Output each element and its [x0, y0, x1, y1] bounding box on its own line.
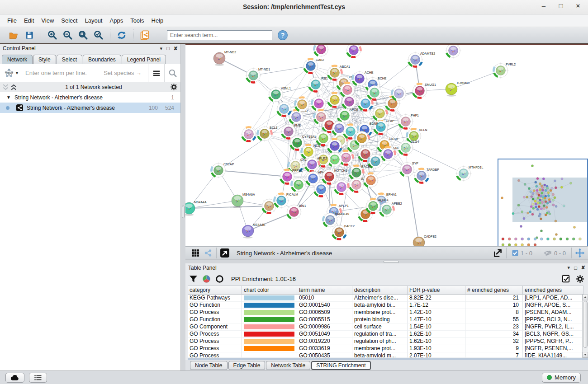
- tab-style[interactable]: Style: [33, 55, 56, 64]
- collapse-all-icon[interactable]: [3, 84, 9, 90]
- search-input[interactable]: [167, 30, 272, 40]
- birdseye-view[interactable]: [498, 159, 588, 246]
- table-row[interactable]: GO FunctionGO:0001540beta-amyloid bi...1…: [188, 302, 588, 309]
- network-node[interactable]: [327, 92, 343, 108]
- horizontal-splitter[interactable]: [185, 259, 588, 263]
- minimize-icon[interactable]: –: [540, 2, 547, 9]
- network-node[interactable]: [313, 45, 329, 57]
- network-node-gab2[interactable]: GAB2: [303, 58, 324, 74]
- network-node-mt-nd2[interactable]: MT-ND2: [213, 51, 236, 66]
- panel-float-icon[interactable]: □: [166, 46, 170, 51]
- menu-item-help[interactable]: Help: [148, 15, 167, 26]
- help-icon[interactable]: ?: [277, 29, 289, 41]
- network-node-adamts2[interactable]: ADAMTS2: [407, 52, 435, 68]
- network-node-mthfd1l[interactable]: MTHFD1L: [455, 165, 483, 182]
- menu-item-edit[interactable]: Edit: [20, 15, 38, 26]
- network-node-bace2[interactable]: BACE2: [331, 224, 355, 240]
- tab-network[interactable]: Network: [2, 55, 33, 64]
- menu-item-layout[interactable]: Layout: [81, 15, 106, 26]
- network-node[interactable]: [366, 84, 383, 101]
- network-node-pvrl2[interactable]: PVRL2: [493, 62, 516, 79]
- table-row[interactable]: KEGG Pathways05010Alzheimer's dise...8.8…: [188, 295, 588, 302]
- tab-legend-panel[interactable]: Legend Panel: [122, 55, 166, 64]
- pie-chart-icon[interactable]: [202, 275, 211, 283]
- table-row[interactable]: GO ProcessGO:0019220regulation of ph...1…: [188, 338, 588, 345]
- network-node-tomm40[interactable]: TOMM40: [446, 81, 469, 97]
- expand-all-icon[interactable]: [11, 84, 17, 90]
- network-node[interactable]: [346, 45, 362, 58]
- tab-select[interactable]: Select: [57, 55, 82, 64]
- network-node[interactable]: [241, 126, 257, 142]
- network-node-irs1[interactable]: IRS1: [308, 76, 328, 93]
- network-node[interactable]: [354, 130, 370, 146]
- network-node-dlg4[interactable]: DLG4: [398, 140, 419, 156]
- string-search-icon[interactable]: [164, 64, 180, 82]
- network-node[interactable]: [363, 172, 379, 188]
- column-header-chart-color[interactable]: chart color: [242, 286, 297, 295]
- ring-chart-icon[interactable]: [215, 275, 224, 283]
- string-app-dropdown[interactable]: STRING ▾: [0, 64, 22, 82]
- network-node-bin1[interactable]: BIN1: [286, 204, 306, 220]
- panel-menu-icon[interactable]: ▾: [568, 265, 570, 271]
- memory-button[interactable]: Memory: [542, 373, 581, 383]
- network-node[interactable]: [311, 95, 327, 112]
- birdseye-toggle-icon[interactable]: [574, 248, 586, 258]
- network-node-cadps2[interactable]: CADPS2: [413, 235, 436, 246]
- network-share-icon[interactable]: [202, 248, 214, 258]
- tab-node-table[interactable]: Node Table: [190, 361, 228, 370]
- network-node-cd2ap[interactable]: CD2AP: [210, 162, 234, 178]
- tab-network-table[interactable]: Network Table: [266, 361, 310, 370]
- menu-item-select[interactable]: Select: [57, 15, 81, 26]
- table-row[interactable]: GO ComponentGO:0009986cell surface1.54E-…: [188, 323, 588, 331]
- network-node-bcl3[interactable]: BCL3: [256, 126, 278, 142]
- network-node-ms4a4e[interactable]: MS4A4E: [242, 223, 266, 239]
- network-node[interactable]: [290, 177, 307, 193]
- network-node-gfap[interactable]: GFAP: [373, 119, 394, 135]
- network-row-selected[interactable]: String Network - Alzheimer's disease 100…: [0, 103, 180, 113]
- grid-view-icon[interactable]: [189, 248, 202, 258]
- network-node-mt-nd1[interactable]: MT-ND1: [245, 67, 270, 84]
- table-scrollbar[interactable]: [582, 295, 588, 358]
- table-row[interactable]: GO FunctionGO:0005515protein binding1.47…: [188, 316, 588, 323]
- network-node[interactable]: [372, 105, 388, 122]
- network-node[interactable]: [276, 101, 292, 117]
- zoom-fit-icon[interactable]: [77, 29, 89, 41]
- table-settings-gear-icon[interactable]: [576, 275, 584, 283]
- close-icon[interactable]: ×: [574, 2, 582, 9]
- table-row[interactable]: GO ProcessGO:0033619membrane prot...1.93…: [188, 345, 588, 352]
- menu-item-apps[interactable]: Apps: [106, 15, 127, 26]
- column-header-enriched-genes[interactable]: enriched genes: [523, 286, 583, 295]
- menu-item-view[interactable]: View: [38, 15, 57, 26]
- zoom-selected-icon[interactable]: [93, 29, 104, 41]
- network-node[interactable]: [313, 181, 329, 197]
- network-node-tardbp[interactable]: TARDBP: [413, 168, 439, 184]
- panel-close-icon[interactable]: ✘: [174, 46, 178, 52]
- column-header-description[interactable]: description: [352, 286, 408, 295]
- select-columns-icon[interactable]: [562, 275, 570, 283]
- network-node[interactable]: [294, 96, 310, 112]
- column-header-fdr-p-value[interactable]: FDR p-value: [408, 286, 465, 295]
- column-header-enriched-genes[interactable]: # enriched genes: [465, 286, 523, 295]
- task-history-button[interactable]: [29, 373, 47, 383]
- panel-menu-icon[interactable]: ▾: [160, 46, 163, 52]
- filter-icon[interactable]: [189, 275, 198, 283]
- table-row[interactable]: GO ProcessGO:0051049regulation of tra...…: [188, 331, 588, 338]
- species-hint[interactable]: Set species →: [104, 70, 142, 76]
- column-header-term-name[interactable]: term name: [297, 286, 352, 295]
- table-row[interactable]: GO ProcessGO:0050435beta-amyloid m...2.0…: [188, 352, 588, 358]
- tab-edge-table[interactable]: Edge Table: [228, 361, 266, 370]
- refresh-icon[interactable]: [116, 29, 128, 41]
- tab-boundaries[interactable]: Boundaries: [83, 55, 121, 64]
- zoom-in-icon[interactable]: [47, 29, 58, 41]
- network-node-ms4a6a[interactable]: MS4A6A: [232, 193, 255, 208]
- network-node[interactable]: [333, 179, 350, 195]
- column-header-category[interactable]: category: [188, 286, 242, 295]
- panel-float-icon[interactable]: □: [574, 265, 577, 271]
- splitter-grip[interactable]: [182, 206, 185, 218]
- scroll-up-button[interactable]: [583, 295, 588, 300]
- string-query-input[interactable]: Enter one term per line. Set species →: [22, 64, 148, 82]
- splitter-grip[interactable]: [384, 261, 399, 263]
- vertical-splitter[interactable]: [181, 44, 185, 370]
- network-collection-row[interactable]: ▼ String Network - Alzheimer's disease 1: [0, 92, 180, 103]
- zoom-out-icon[interactable]: [62, 29, 74, 41]
